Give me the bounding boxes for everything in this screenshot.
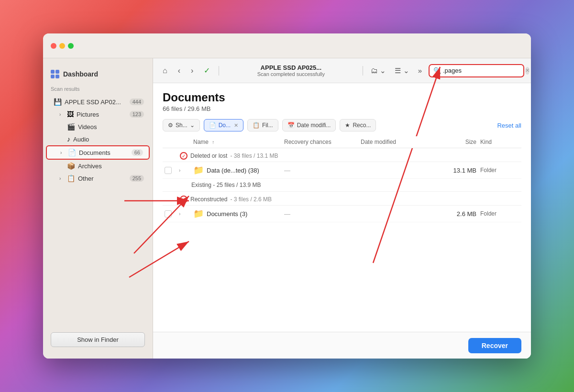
row-checkbox[interactable] [163, 210, 177, 218]
header-name-col[interactable]: Name ↑ [191, 139, 282, 145]
filter-recovery-label: Reco... [353, 122, 371, 129]
filter-show-label: Sh... [176, 122, 188, 129]
section-deleted-label: Deleted or lost [190, 152, 227, 159]
scan-results-label: Scan results [43, 86, 153, 96]
row-name: 📁 Data (de...ted) (38) [191, 165, 282, 175]
sidebar-item-videos[interactable]: 🎬 Videos [46, 120, 150, 133]
videos-icon: 🎬 [67, 123, 75, 131]
section-reconstructed-label: Reconstructed [190, 196, 227, 203]
row-checkbox[interactable] [163, 167, 177, 174]
row-recovery: — [282, 167, 359, 174]
chevron-down-icon: ⌄ [190, 122, 195, 129]
doc-icon: 📄 [209, 122, 216, 129]
search-box: 🔍 ✕ [429, 64, 524, 77]
recover-button[interactable]: Recover [468, 338, 521, 353]
search-icon: 🔍 [433, 67, 441, 74]
table-header: Name ↑ Recovery chances Date modified Si… [163, 136, 521, 148]
section-reconstructed-header: ✓ Reconstructed - 3 files / 2.6 MB [163, 192, 521, 206]
sidebar-item-other[interactable]: › 📋 Other 255 [46, 172, 150, 185]
search-clear-button[interactable]: ✕ [525, 67, 530, 75]
more-button[interactable]: » [416, 65, 424, 76]
back-button[interactable]: ‹ [175, 65, 183, 77]
header-size-col[interactable]: Size [435, 139, 478, 145]
section-existing-header: Existing - 25 files / 13.9 MB [163, 179, 521, 192]
sidebar-item-pictures[interactable]: › 🖼 Pictures 123 [46, 108, 150, 120]
minimize-button[interactable] [59, 43, 65, 49]
footer: Recover [153, 332, 531, 359]
list-view-button[interactable]: ☰ ⌄ [393, 65, 411, 77]
filter-recovery-button[interactable]: ★ Reco... [340, 119, 376, 131]
drive-icon: 💾 [54, 98, 62, 106]
traffic-lights [51, 43, 74, 49]
sidebar-dashboard-item[interactable]: Dashboard [43, 66, 153, 86]
sidebar-item-label: Videos [78, 123, 144, 131]
filter-files-label: Fil... [262, 122, 273, 129]
row-name-label: Documents (3) [207, 210, 247, 218]
filter-files-button[interactable]: 📋 Fil... [247, 119, 278, 131]
row-kind: Folder [478, 167, 521, 174]
header-kind-col[interactable]: Kind [478, 139, 521, 145]
checkmark-button[interactable]: ✓ [201, 64, 213, 77]
sidebar-item-apple-ssd[interactable]: 💾 APPLE SSD AP02... 444 [46, 96, 150, 108]
dashboard-label: Dashboard [63, 70, 98, 78]
close-icon[interactable]: ✕ [234, 122, 238, 129]
file-table: Name ↑ Recovery chances Date modified Si… [163, 136, 521, 332]
row-recovery: — [282, 210, 359, 218]
filter-documents-button[interactable]: 📄 Do... ✕ [204, 119, 243, 131]
folder-icon: 📁 [193, 208, 204, 219]
section-deleted-header: ✓ Deleted or lost - 38 files / 13.1 MB [163, 148, 521, 162]
header-expand-col [177, 139, 191, 145]
row-size: 13.1 MB [435, 167, 478, 174]
filter-date-button[interactable]: 📅 Date modifi... [282, 119, 336, 131]
audio-icon: ♪ [67, 135, 70, 143]
pictures-icon: 🖼 [67, 110, 74, 118]
filter-show-button[interactable]: ⚙ Sh... ⌄ [163, 119, 200, 131]
sidebar-item-label: Audio [73, 136, 144, 143]
reconstructed-check-icon[interactable]: ✓ [180, 196, 188, 203]
deleted-check-icon[interactable]: ✓ [180, 152, 188, 160]
close-button[interactable] [51, 43, 56, 49]
star-icon: ★ [345, 122, 350, 129]
main-content: ⌂ ‹ › ✓ APPLE SSD AP025... Scan complete… [153, 58, 531, 359]
toolbar-title-area: APPLE SSD AP025... Scan completed succes… [225, 64, 357, 77]
section-reconstructed-sublabel: - 3 files / 2.6 MB [230, 196, 272, 203]
filter-doc-label: Do... [219, 122, 231, 129]
row-expand[interactable]: › [177, 211, 191, 217]
sidebar-item-archives[interactable]: 📦 Archives [46, 160, 150, 172]
row-name-label: Data (de...ted) (38) [207, 167, 259, 174]
sidebar-item-label: Pictures [77, 111, 127, 118]
home-button[interactable]: ⌂ [160, 65, 170, 77]
file-icon: 📋 [253, 122, 260, 129]
show-in-finder-button[interactable]: Show in Finder [51, 332, 145, 347]
documents-icon: 📄 [68, 149, 76, 156]
table-row: › 📁 Data (de...ted) (38) — 13.1 MB Folde… [163, 162, 521, 179]
toolbar-divider [219, 66, 219, 76]
section-deleted-sublabel: - 38 files / 13.1 MB [230, 152, 278, 159]
device-name: APPLE SSD AP025... [225, 64, 357, 71]
search-input[interactable] [443, 67, 523, 74]
row-name: 📁 Documents (3) [191, 208, 282, 219]
sidebar-item-count: 255 [130, 175, 144, 182]
sidebar-item-audio[interactable]: ♪ Audio [46, 133, 150, 145]
table-row: › 📁 Documents (3) — 2.6 MB Folder [163, 206, 521, 222]
header-checkbox-col [163, 139, 177, 145]
maximize-button[interactable] [68, 43, 74, 49]
sidebar-item-count: 123 [130, 111, 144, 118]
chevron-down-icon: › [60, 150, 65, 155]
sidebar-item-count: 444 [130, 98, 144, 105]
header-recovery-col[interactable]: Recovery chances [282, 139, 359, 145]
file-area-title: Documents [163, 91, 521, 104]
toolbar-divider-2 [363, 66, 363, 76]
filter-icon: ⚙ [168, 122, 173, 129]
sidebar-item-label: Archives [78, 163, 144, 170]
dashboard-icon [51, 70, 59, 78]
header-date-col[interactable]: Date modified [359, 139, 435, 145]
reset-all-button[interactable]: Reset all [497, 122, 521, 129]
sidebar-item-documents[interactable]: › 📄 Documents 66 [46, 145, 150, 160]
file-area-subtitle: 66 files / 29.6 MB [163, 105, 521, 112]
forward-button[interactable]: › [188, 65, 196, 77]
folder-icon: 📁 [193, 165, 204, 175]
row-expand[interactable]: › [177, 168, 191, 173]
folder-view-button[interactable]: 🗂 ⌄ [369, 65, 388, 77]
filter-date-label: Date modifi... [297, 122, 331, 129]
